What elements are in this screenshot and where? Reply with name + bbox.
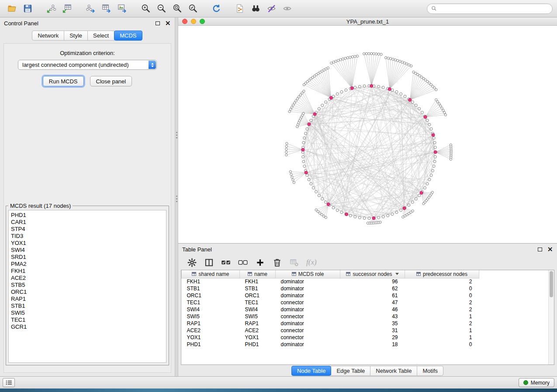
table-cell[interactable]: 31 xyxy=(340,327,405,334)
zoom-selected-icon[interactable] xyxy=(185,2,200,15)
table-cell[interactable]: 62 xyxy=(340,285,405,292)
status-menu-icon[interactable] xyxy=(3,378,15,387)
criterion-dropdown[interactable]: largest connected component (undirected) xyxy=(18,60,157,70)
deselect-all-icon[interactable] xyxy=(236,256,249,268)
table-row[interactable]: FKH1FKH1dominator962 xyxy=(182,278,479,285)
table-cell[interactable]: connector xyxy=(276,313,340,320)
column-header-shared-name[interactable]: shared name xyxy=(182,270,240,278)
table-row[interactable]: YOX1YOX1connector291 xyxy=(182,334,479,341)
table-cell[interactable]: SWI5 xyxy=(240,313,276,320)
export-image-icon[interactable] xyxy=(114,2,129,15)
table-cell[interactable]: 2 xyxy=(405,299,479,306)
table-cell[interactable]: STB1 xyxy=(182,285,240,292)
mcds-result-item[interactable]: CAR1 xyxy=(11,219,164,226)
table-row[interactable]: RAP1RAP1dominator352 xyxy=(182,320,479,327)
table-cell[interactable]: dominator xyxy=(276,306,340,313)
minimize-window-button[interactable] xyxy=(191,19,196,24)
sort-arrow-icon[interactable] xyxy=(395,273,399,275)
scrollbar-thumb[interactable] xyxy=(550,271,553,297)
add-row-icon[interactable] xyxy=(253,256,266,268)
table-row[interactable]: PHD1PHD1dominator180 xyxy=(182,341,479,348)
column-header-mcds-role[interactable]: MCDS role xyxy=(276,270,340,278)
share-network-icon[interactable] xyxy=(232,2,247,15)
table-cell[interactable]: FKH1 xyxy=(182,278,240,285)
table-cell[interactable]: 2 xyxy=(405,306,479,313)
mcds-result-item[interactable]: PHD1 xyxy=(11,212,164,219)
table-cell[interactable]: TEC1 xyxy=(240,299,276,306)
network-graph[interactable] xyxy=(178,26,557,243)
table-cell[interactable]: dominator xyxy=(276,285,340,292)
open-file-icon[interactable] xyxy=(4,2,19,15)
zoom-fit-icon[interactable] xyxy=(170,2,184,15)
mcds-result-item[interactable]: SWI5 xyxy=(11,309,164,316)
select-all-icon[interactable] xyxy=(219,256,232,268)
table-cell[interactable]: RAP1 xyxy=(182,320,240,327)
mcds-result-item[interactable]: SWI4 xyxy=(11,247,164,254)
table-cell[interactable]: TEC1 xyxy=(182,299,240,306)
table-cell[interactable]: connector xyxy=(276,327,340,334)
mcds-result-item[interactable]: YOX1 xyxy=(11,240,164,247)
mcds-result-item[interactable]: STB5 xyxy=(11,282,164,289)
mcds-result-item[interactable]: PMA2 xyxy=(11,261,164,268)
column-header-predecessor-nodes[interactable]: predecessor nodes xyxy=(405,270,479,278)
table-cell[interactable]: 43 xyxy=(340,313,405,320)
mcds-result-item[interactable]: RAP1 xyxy=(11,296,164,303)
mcds-result-item[interactable]: GCR1 xyxy=(11,323,164,330)
table-cell[interactable]: 29 xyxy=(340,334,405,341)
table-cell[interactable]: 1 xyxy=(405,327,479,334)
table-cell[interactable]: 1 xyxy=(405,313,479,320)
splitter-grip-icon[interactable] xyxy=(176,132,177,133)
zoom-out-icon[interactable] xyxy=(154,2,169,15)
mcds-result-item[interactable]: SRD1 xyxy=(11,254,164,261)
refresh-layout-icon[interactable] xyxy=(209,2,224,15)
search-input[interactable] xyxy=(439,5,548,12)
table-row[interactable]: SWI4SWI4dominator462 xyxy=(182,306,479,313)
table-scrollbar[interactable] xyxy=(548,270,554,364)
tab-style[interactable]: Style xyxy=(64,31,88,41)
mcds-result-item[interactable]: TEC1 xyxy=(11,316,164,323)
mcds-result-item[interactable]: ACE2 xyxy=(11,275,164,282)
table-cell[interactable]: SWI5 xyxy=(182,313,240,320)
table-cell[interactable]: 47 xyxy=(340,299,405,306)
find-icon[interactable] xyxy=(248,2,263,15)
table-cell[interactable]: connector xyxy=(276,334,340,341)
table-tab-edge-table[interactable]: Edge Table xyxy=(331,366,370,376)
column-layout-icon[interactable] xyxy=(202,256,215,268)
memory-button[interactable]: Memory xyxy=(519,378,554,387)
table-cell[interactable]: YOX1 xyxy=(182,334,240,341)
save-session-icon[interactable] xyxy=(20,2,35,15)
table-cell[interactable]: 35 xyxy=(340,320,405,327)
table-cell[interactable]: dominator xyxy=(276,292,340,299)
table-cell[interactable]: ORC1 xyxy=(182,292,240,299)
table-cell[interactable]: 46 xyxy=(340,306,405,313)
zoom-in-icon[interactable] xyxy=(138,2,153,15)
column-header-name[interactable]: name xyxy=(240,270,276,278)
mcds-result-item[interactable]: FKH1 xyxy=(11,268,164,275)
close-panel-button[interactable]: Close panel xyxy=(90,76,132,86)
mcds-result-item[interactable]: TID3 xyxy=(11,233,164,240)
table-tab-motifs[interactable]: Motifs xyxy=(417,366,443,376)
table-cell[interactable]: 18 xyxy=(340,341,405,348)
tab-network[interactable]: Network xyxy=(32,31,64,41)
table-cell[interactable]: ACE2 xyxy=(182,327,240,334)
table-cell[interactable]: YOX1 xyxy=(240,334,276,341)
table-cell[interactable]: PHD1 xyxy=(240,341,276,348)
splitter-grip-icon[interactable] xyxy=(176,196,177,197)
tab-mcds[interactable]: MCDS xyxy=(114,31,142,41)
mcds-result-item[interactable]: STB1 xyxy=(11,303,164,309)
network-canvas[interactable] xyxy=(178,26,557,243)
table-cell[interactable]: connector xyxy=(276,299,340,306)
table-cell[interactable]: 96 xyxy=(340,278,405,285)
mcds-result-list[interactable]: PHD1CAR1STP4TID3YOX1SWI4SRD1PMA2FKH1ACE2… xyxy=(8,210,166,363)
table-cell[interactable]: dominator xyxy=(276,341,340,348)
float-panel-icon[interactable] xyxy=(156,21,160,25)
table-cell[interactable]: dominator xyxy=(276,278,340,285)
table-cell[interactable]: SWI4 xyxy=(240,306,276,313)
zoom-window-button[interactable] xyxy=(200,19,205,24)
show-graphics-icon[interactable] xyxy=(280,2,294,15)
import-table-icon[interactable] xyxy=(59,2,74,15)
table-row[interactable]: ACE2ACE2connector311 xyxy=(182,327,479,334)
table-cell[interactable]: 2 xyxy=(405,278,479,285)
column-header-successor-nodes[interactable]: successor nodes xyxy=(340,270,405,278)
table-cell[interactable]: STB1 xyxy=(240,285,276,292)
